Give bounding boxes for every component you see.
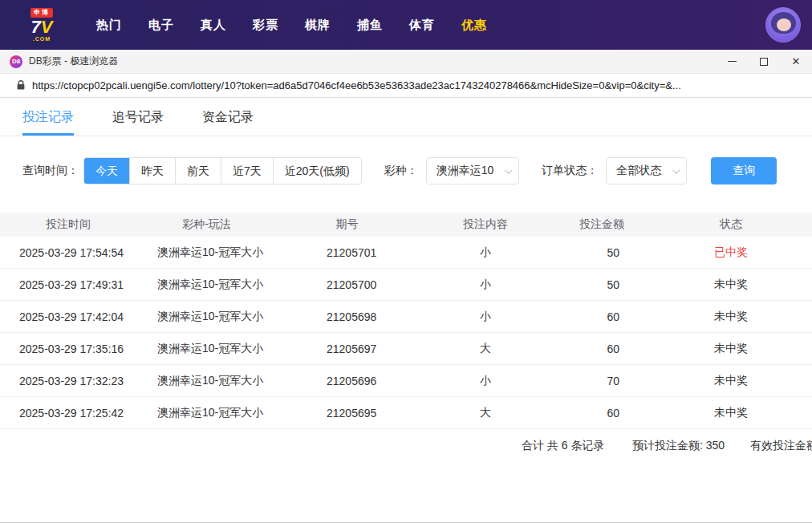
tab-bet-records[interactable]: 投注记录 — [22, 98, 74, 136]
site-top-nav: 申博 7V .COM 热门 电子 真人 彩票 棋牌 捕鱼 体育 优惠 — [0, 0, 812, 50]
time-option-daybefore[interactable]: 前天 — [175, 158, 221, 184]
table-row: 2025-03-29 17:35:16澳洲幸运10-冠军大小21205697大6… — [0, 333, 812, 365]
status-filter-label: 订单状态： — [542, 164, 598, 178]
nav-item-promo[interactable]: 优惠 — [461, 18, 487, 33]
nav-item-fishing[interactable]: 捕鱼 — [357, 18, 383, 33]
header-content: 投注内容 — [417, 217, 554, 232]
cell-status: 已中奖 — [650, 245, 812, 260]
cell-amount: 60 — [554, 310, 650, 323]
cell-game: 澳洲幸运10-冠军大小 — [136, 374, 277, 388]
close-button[interactable]: ✕ — [780, 50, 812, 73]
cell-amount: 60 — [554, 343, 650, 355]
maximize-button[interactable] — [748, 50, 780, 73]
cell-issue: 21205697 — [277, 343, 417, 355]
bet-records-table: 投注时间 彩种-玩法 期号 投注内容 投注金额 状态 2025-03-29 17… — [0, 213, 812, 461]
header-status: 状态 — [650, 217, 812, 232]
table-summary: 合计 共 6 条记录 预计投注金额: 350 有效投注金额 — [0, 429, 812, 461]
table-row: 2025-03-29 17:49:31澳洲幸运10-冠军大小21205700小5… — [0, 269, 812, 301]
cell-time: 2025-03-29 17:54:54 — [0, 246, 136, 259]
nav-item-hot[interactable]: 热门 — [96, 18, 122, 33]
user-avatar[interactable] — [765, 7, 801, 43]
cell-game: 澳洲幸运10-冠军大小 — [136, 406, 277, 420]
cell-game: 澳洲幸运10-冠军大小 — [136, 342, 277, 356]
url-text[interactable]: https://ctopcp02pcali.uengi5e.com/lotter… — [32, 79, 802, 91]
chevron-down-icon — [505, 166, 513, 174]
cell-game: 澳洲幸运10-冠军大小 — [136, 278, 277, 292]
cell-issue: 21205698 — [277, 310, 417, 323]
site-nav: 热门 电子 真人 彩票 棋牌 捕鱼 体育 优惠 — [96, 18, 487, 33]
window-title: DB彩票 - 极速浏览器 — [29, 55, 118, 68]
nav-item-cards[interactable]: 棋牌 — [305, 18, 331, 33]
cell-issue: 21205701 — [277, 246, 417, 259]
time-option-7days[interactable]: 近7天 — [221, 158, 273, 184]
cell-status: 未中奖 — [650, 374, 812, 388]
cell-amount: 60 — [554, 407, 650, 420]
tab-fund-records[interactable]: 资金记录 — [202, 98, 254, 136]
record-tabs: 投注记录 追号记录 资金记录 — [0, 98, 812, 136]
time-filter-label: 查询时间： — [22, 164, 79, 178]
close-icon: ✕ — [792, 56, 801, 67]
browser-window: 申博 7V .COM 热门 电子 真人 彩票 棋牌 捕鱼 体育 优惠 D8 DB… — [0, 0, 812, 523]
table-row: 2025-03-29 17:54:54澳洲幸运10-冠军大小21205701小5… — [0, 237, 812, 269]
header-game: 彩种-玩法 — [136, 217, 277, 232]
time-option-yesterday[interactable]: 昨天 — [129, 158, 175, 184]
cell-content: 大 — [417, 342, 554, 356]
time-option-today[interactable]: 今天 — [84, 158, 129, 184]
cell-game: 澳洲幸运10-冠军大小 — [136, 245, 277, 260]
cell-issue: 21205695 — [277, 407, 417, 420]
nav-item-live[interactable]: 真人 — [201, 18, 226, 33]
logo-main: 7V — [31, 18, 53, 36]
summary-expected-amount: 预计投注金额: 350 — [632, 439, 725, 453]
table-header: 投注时间 彩种-玩法 期号 投注内容 投注金额 状态 — [0, 213, 812, 237]
header-issue: 期号 — [277, 217, 417, 232]
cell-time: 2025-03-29 17:49:31 — [0, 278, 136, 291]
cell-status: 未中奖 — [650, 310, 812, 324]
cell-status: 未中奖 — [650, 278, 812, 292]
lottery-filter-label: 彩种： — [384, 164, 418, 178]
cell-amount: 50 — [554, 278, 650, 291]
tab-chase-records[interactable]: 追号记录 — [112, 98, 164, 136]
chevron-down-icon — [672, 166, 680, 174]
logo-suffix: .COM — [33, 36, 51, 42]
order-status-select[interactable]: 全部状态 — [606, 157, 687, 184]
summary-valid-amount: 有效投注金额 — [750, 439, 812, 453]
nav-item-slots[interactable]: 电子 — [148, 18, 174, 33]
lock-icon — [16, 80, 26, 91]
cell-game: 澳洲幸运10-冠军大小 — [136, 310, 277, 324]
cell-amount: 70 — [554, 375, 650, 387]
cell-content: 小 — [417, 278, 554, 292]
header-bet-time: 投注时间 — [0, 217, 136, 232]
order-status-value: 全部状态 — [616, 164, 661, 178]
maximize-icon — [760, 58, 768, 66]
address-bar[interactable]: https://ctopcp02pcali.uengi5e.com/lotter… — [0, 74, 812, 98]
summary-total: 合计 共 6 条记录 — [522, 439, 604, 453]
window-controls: ✕ — [716, 50, 812, 73]
minimize-icon — [728, 61, 737, 62]
cell-content: 小 — [417, 245, 554, 260]
site-logo[interactable]: 申博 7V .COM — [30, 8, 53, 42]
cell-content: 大 — [417, 406, 554, 420]
cell-time: 2025-03-29 17:35:16 — [0, 343, 136, 355]
nav-item-sports[interactable]: 体育 — [409, 18, 435, 33]
cell-issue: 21205696 — [277, 375, 417, 387]
window-titlebar: D8 DB彩票 - 极速浏览器 ✕ — [0, 50, 812, 74]
table-body: 2025-03-29 17:54:54澳洲幸运10-冠军大小21205701小5… — [0, 237, 812, 429]
time-option-20days[interactable]: 近20天(低频) — [273, 158, 361, 184]
table-row: 2025-03-29 17:42:04澳洲幸运10-冠军大小21205698小6… — [0, 301, 812, 333]
cell-status: 未中奖 — [650, 406, 812, 420]
nav-item-lottery[interactable]: 彩票 — [253, 18, 278, 33]
lottery-select[interactable]: 澳洲幸运10 — [426, 157, 520, 184]
cell-content: 小 — [417, 310, 554, 324]
cell-amount: 50 — [554, 246, 650, 259]
app-icon: D8 — [10, 55, 22, 68]
cell-issue: 21205700 — [277, 278, 417, 291]
header-amount: 投注金额 — [554, 217, 650, 232]
cell-time: 2025-03-29 17:32:23 — [0, 375, 136, 387]
time-filter-group: 今天 昨天 前天 近7天 近20天(低频) — [83, 157, 362, 184]
minimize-button[interactable] — [716, 50, 748, 73]
cell-status: 未中奖 — [650, 342, 812, 356]
cell-time: 2025-03-29 17:25:42 — [0, 407, 136, 420]
search-button[interactable]: 查询 — [711, 157, 777, 184]
filter-bar: 查询时间： 今天 昨天 前天 近7天 近20天(低频) 彩种： 澳洲幸运10 订… — [0, 136, 812, 202]
table-row: 2025-03-29 17:25:42澳洲幸运10-冠军大小21205695大6… — [0, 397, 812, 429]
